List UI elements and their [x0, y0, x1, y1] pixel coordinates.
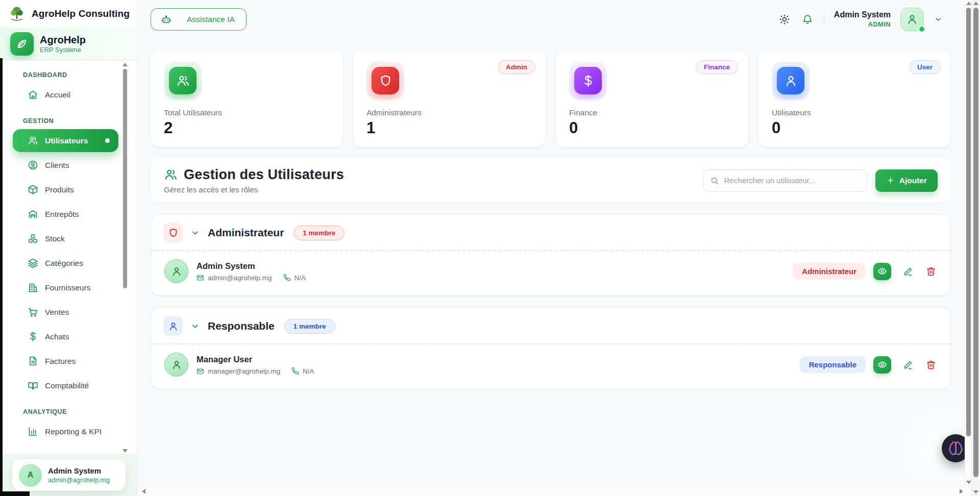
sidebar-item-stock[interactable]: Stock	[13, 227, 118, 250]
users-iconbox	[169, 67, 197, 94]
building-icon	[28, 282, 38, 293]
bot-icon	[161, 14, 172, 25]
sidebar-item-fournisseurs[interactable]: Fournisseurs	[13, 276, 118, 299]
ai-assistance-button[interactable]: Assistance IA	[151, 8, 247, 31]
profile-menu-chevron[interactable]	[934, 15, 943, 24]
role-badge: Responsable	[800, 356, 866, 373]
group-title: Responsable	[208, 320, 275, 332]
sidebar-item-entrepots[interactable]: Entrepôts	[13, 203, 118, 226]
add-user-button[interactable]: Ajouter	[875, 169, 938, 192]
stat-value: 1	[366, 119, 532, 137]
search-box	[703, 169, 867, 192]
window-titlebar: AgroHelp Consulting	[0, 0, 137, 28]
brand-block: AgroHelp ERP Système	[0, 28, 137, 60]
layers-icon	[28, 258, 38, 268]
topbar-right-cluster: Admin System ADMIN	[778, 8, 943, 31]
brand-name: AgroHelp	[40, 34, 86, 46]
scroll-right-arrow-icon[interactable]	[960, 489, 963, 494]
phone-icon	[291, 367, 299, 375]
window-edge	[0, 58, 3, 496]
group-title: Administrateur	[208, 227, 284, 239]
notifications-button[interactable]	[801, 13, 814, 26]
search-icon	[710, 176, 719, 185]
theme-toggle-button[interactable]	[778, 13, 791, 26]
sidebar-item-utilisateurs[interactable]: Utilisateurs	[13, 129, 118, 152]
scroll-up-arrow-icon[interactable]	[973, 2, 978, 5]
invoice-icon	[28, 356, 38, 366]
leaf-icon	[15, 37, 29, 51]
page-scrollbar[interactable]	[971, 0, 980, 496]
sidebar-item-categories[interactable]: Catégories	[13, 252, 118, 275]
users-icon	[28, 135, 38, 146]
user-contact: admin@agrohelp.mg N/A	[197, 274, 306, 282]
view-user-button[interactable]	[873, 356, 891, 374]
company-tree-logo-icon	[8, 5, 26, 23]
dollar-icon	[581, 74, 595, 88]
user-row-admin-system: Admin System admin@agrohelp.mg N/A Admin…	[163, 251, 938, 289]
user-email: admin@agrohelp.mg	[208, 274, 272, 282]
group-header: Administrateur 1 membre	[163, 223, 938, 242]
warehouse-icon	[28, 209, 38, 219]
stat-value: 2	[164, 119, 330, 137]
sidebar-profile-card[interactable]: A Admin System admin@agrohelp.mg	[12, 459, 126, 491]
page-subtitle: Gérez les accès et les rôles	[164, 185, 344, 194]
sidebar-scrollbar[interactable]	[122, 62, 128, 455]
panel-titles: Gestion des Utilisateurs Gérez les accès…	[164, 167, 344, 194]
scroll-up-arrow-icon[interactable]	[966, 2, 971, 5]
group-collapse-toggle[interactable]	[190, 321, 200, 331]
delete-user-button[interactable]	[925, 359, 937, 371]
user-name: Admin System	[197, 261, 306, 271]
book-open-icon	[28, 380, 38, 391]
content-scrollbar[interactable]	[965, 0, 971, 486]
sidebar-profile-area: A Admin System admin@agrohelp.mg	[0, 454, 138, 496]
dollar-icon	[28, 331, 38, 342]
topbar-user-name: Admin System	[834, 10, 891, 20]
user-phone: N/A	[295, 274, 306, 282]
scroll-down-arrow-icon[interactable]	[966, 481, 971, 484]
scroll-left-arrow-icon[interactable]	[142, 489, 145, 494]
person-icon	[168, 321, 179, 332]
person-iconbox	[777, 67, 804, 94]
group-header: Responsable 1 membre	[163, 316, 938, 336]
stat-value: 0	[569, 119, 735, 137]
search-input[interactable]	[724, 176, 860, 185]
sidebar-item-comptabilite[interactable]: Comptabilité	[13, 374, 118, 397]
user-name: Manager User	[197, 355, 314, 364]
stat-label: Administrateurs	[366, 108, 532, 117]
sidebar-item-accueil[interactable]: Accueil	[13, 83, 118, 106]
user-email: manager@agrohelp.mg	[208, 367, 280, 375]
sidebar-scrollbar-thumb[interactable]	[123, 69, 127, 288]
sidebar-item-clients[interactable]: Clients	[13, 154, 118, 177]
person-icon	[906, 13, 918, 26]
sidebar-item-ventes[interactable]: Ventes	[13, 301, 118, 324]
horizontal-scrollbar[interactable]	[138, 486, 971, 496]
edit-user-button[interactable]	[902, 359, 914, 371]
window-title: AgroHelp Consulting	[32, 8, 130, 19]
app-root: AgroHelp Consulting AgroHelp ERP Système…	[0, 0, 980, 496]
shield-iconbox	[163, 223, 183, 242]
person-icon	[171, 266, 182, 277]
chevron-down-icon	[190, 321, 200, 331]
scroll-down-arrow-icon[interactable]	[973, 490, 978, 494]
content-scrollbar-thumb[interactable]	[966, 8, 971, 436]
avatar	[164, 353, 188, 377]
scroll-down-arrow-icon[interactable]	[122, 449, 128, 453]
status-badge: User	[909, 60, 941, 74]
stat-label: Utilisateurs	[772, 108, 938, 117]
window-edge	[0, 491, 30, 496]
group-collapse-toggle[interactable]	[190, 228, 200, 238]
scroll-up-arrow-icon[interactable]	[122, 63, 128, 66]
add-user-label: Ajouter	[899, 176, 927, 185]
page-scrollbar-thumb[interactable]	[973, 8, 978, 477]
stats-row: Total Utilisateurs 2 Admin Administrateu…	[151, 51, 951, 147]
sidebar-item-factures[interactable]: Factures	[13, 350, 118, 373]
sidebar-item-produits[interactable]: Produits	[13, 178, 118, 201]
topbar-avatar[interactable]	[900, 8, 924, 31]
sidebar-item-reporting-kpi[interactable]: Reporting & KPI	[13, 420, 118, 443]
sidebar-item-achats[interactable]: Achats	[13, 325, 118, 348]
view-user-button[interactable]	[873, 263, 891, 280]
topbar-user-block[interactable]: Admin System ADMIN	[834, 10, 891, 29]
edit-user-button[interactable]	[902, 265, 914, 278]
delete-user-button[interactable]	[925, 265, 937, 278]
panel-actions: Ajouter	[703, 169, 938, 192]
